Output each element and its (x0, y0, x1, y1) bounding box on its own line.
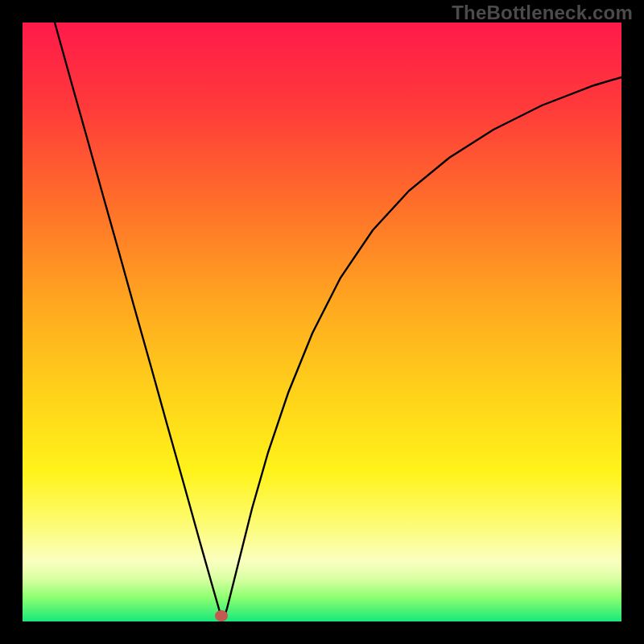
curve-path (55, 23, 621, 620)
watermark-text: TheBottleneck.com (452, 2, 633, 24)
plot-area (23, 23, 621, 621)
chart-frame: TheBottleneck.com (0, 0, 644, 644)
bottleneck-curve (23, 23, 621, 621)
minimum-marker-dot (215, 610, 228, 621)
